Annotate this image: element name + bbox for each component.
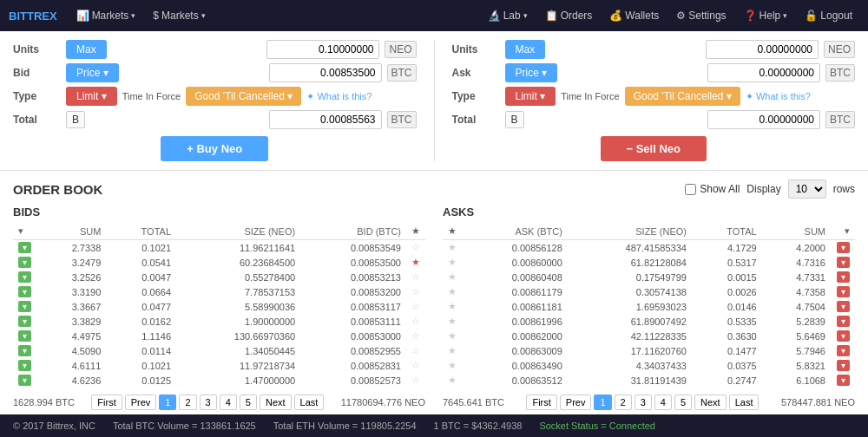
sell-type-button[interactable]: Limit ▾ — [505, 87, 556, 106]
ask-star[interactable]: ★ — [448, 330, 457, 341]
bid-star[interactable]: ☆ — [411, 330, 420, 341]
display-rows-select[interactable]: 10 25 50 — [788, 179, 826, 199]
bid-total: 0.0477 — [106, 299, 176, 314]
sell-units-currency: NEO — [824, 41, 855, 58]
nav-orders[interactable]: 📋 Orders — [538, 6, 600, 25]
asks-page-1[interactable]: 1 — [594, 395, 611, 410]
bid-down-btn[interactable]: ▾ — [18, 345, 31, 356]
bids-prev-btn[interactable]: Prev — [125, 395, 157, 410]
asks-col-total: TOTAL — [692, 223, 762, 240]
asks-page-3[interactable]: 3 — [635, 395, 652, 410]
ask-star[interactable]: ★ — [448, 345, 457, 355]
bid-sum: 3.3190 — [37, 284, 106, 299]
bid-down-btn[interactable]: ▾ — [18, 301, 31, 312]
bids-page-2[interactable]: 2 — [179, 395, 196, 410]
bid-sum: 4.4975 — [37, 329, 106, 343]
bid-down-btn[interactable]: ▾ — [18, 330, 31, 342]
ask-up-btn[interactable]: ▾ — [837, 345, 850, 356]
bid-star[interactable]: ☆ — [411, 301, 420, 311]
bid-star[interactable]: ☆ — [411, 360, 420, 370]
asks-page-5[interactable]: 5 — [674, 395, 692, 410]
ask-star[interactable]: ★ — [448, 301, 457, 311]
bid-star[interactable]: ★ — [411, 257, 420, 267]
asks-first-btn[interactable]: First — [526, 395, 556, 410]
bid-down-btn[interactable]: ▾ — [18, 286, 31, 297]
bid-down-btn[interactable]: ▾ — [18, 242, 31, 253]
nav-settings[interactable]: ⚙ Settings — [669, 6, 733, 25]
footer: © 2017 Bittrex, INC Total BTC Volume = 1… — [0, 414, 868, 437]
bid-down-btn[interactable]: ▾ — [18, 271, 31, 283]
bid-star[interactable]: ☆ — [411, 271, 420, 282]
ask-star[interactable]: ★ — [448, 375, 457, 385]
sell-units-label: Units — [452, 43, 500, 55]
ask-up-btn[interactable]: ▾ — [837, 330, 850, 342]
bid-star[interactable]: ☆ — [411, 316, 420, 326]
bid-down-btn[interactable]: ▾ — [18, 257, 31, 268]
buy-type-button[interactable]: Limit ▾ — [66, 87, 117, 106]
buy-tif-button[interactable]: Good 'Til Cancelled ▾ — [186, 87, 301, 106]
buy-neo-button[interactable]: + Buy Neo — [161, 136, 268, 161]
nav-logout[interactable]: 🔓 Logout — [798, 6, 859, 25]
ask-star[interactable]: ★ — [448, 242, 457, 252]
bid-star[interactable]: ☆ — [411, 345, 420, 355]
ask-star[interactable]: ★ — [448, 360, 457, 370]
bid-down-btn[interactable]: ▾ — [18, 375, 31, 386]
buy-total-input[interactable] — [269, 110, 382, 129]
buy-units-max-button[interactable]: Max — [66, 40, 107, 59]
bid-down-btn[interactable]: ▾ — [18, 360, 31, 371]
asks-next-btn[interactable]: Next — [694, 395, 727, 410]
asks-page-4[interactable]: 4 — [654, 395, 672, 410]
ask-up-btn[interactable]: ▾ — [837, 301, 850, 312]
ask-up-btn[interactable]: ▾ — [837, 257, 850, 268]
nav-lab[interactable]: 🔬 Lab ▾ — [481, 6, 535, 25]
ask-sum: 4.7504 — [762, 299, 831, 314]
sell-total-input[interactable] — [707, 110, 820, 129]
ask-up-btn[interactable]: ▾ — [837, 286, 850, 297]
sell-tif-button[interactable]: Good 'Til Cancelled ▾ — [625, 87, 740, 106]
bids-next-btn[interactable]: Next — [260, 395, 292, 410]
sell-price-button[interactable]: Price ▾ — [505, 63, 558, 82]
bids-page-3[interactable]: 3 — [200, 395, 217, 410]
logout-icon: 🔓 — [805, 10, 818, 22]
buy-units-input[interactable] — [266, 40, 379, 59]
ask-star[interactable]: ★ — [448, 271, 457, 282]
bid-size: 1.34050445 — [176, 343, 300, 358]
ask-up-btn[interactable]: ▾ — [837, 271, 850, 283]
ask-star[interactable]: ★ — [448, 257, 457, 267]
bid-total: 0.0162 — [106, 314, 176, 329]
nav-markets-chart[interactable]: 📊 Markets ▾ — [69, 6, 143, 25]
sell-units-max-button[interactable]: Max — [505, 40, 546, 59]
bids-first-btn[interactable]: First — [91, 395, 122, 410]
dollar-icon: $ — [153, 10, 159, 22]
bid-total: 0.1021 — [106, 240, 176, 256]
bids-page-5[interactable]: 5 — [240, 395, 257, 410]
bid-down-btn[interactable]: ▾ — [18, 316, 31, 327]
sell-what-link[interactable]: ✦ What is this? — [746, 91, 811, 102]
bid-star[interactable]: ☆ — [411, 286, 420, 297]
sell-units-input[interactable] — [706, 40, 819, 59]
nav-help[interactable]: ❓ Help ▾ — [737, 6, 795, 25]
buy-price-button[interactable]: Price ▾ — [66, 63, 119, 82]
bids-last-btn[interactable]: Last — [294, 395, 325, 410]
ask-up-btn[interactable]: ▾ — [837, 242, 850, 253]
ask-up-btn[interactable]: ▾ — [837, 360, 850, 371]
asks-col-ask: ASK (BTC) — [462, 223, 568, 240]
bids-page-4[interactable]: 4 — [220, 395, 237, 410]
buy-what-link[interactable]: ✦ What is this? — [306, 91, 372, 102]
asks-prev-btn[interactable]: Prev — [560, 395, 592, 410]
nav-wallets[interactable]: 💰 Wallets — [602, 6, 666, 25]
nav-markets-dollar[interactable]: $ Markets ▾ — [146, 6, 212, 25]
bid-star[interactable]: ☆ — [411, 242, 420, 252]
ask-star[interactable]: ★ — [448, 286, 457, 297]
ask-up-btn[interactable]: ▾ — [837, 316, 850, 327]
ask-star[interactable]: ★ — [448, 316, 457, 326]
sell-ask-input[interactable] — [707, 63, 820, 82]
bid-star[interactable]: ☆ — [411, 375, 420, 385]
buy-bid-input[interactable] — [269, 63, 382, 82]
sell-neo-button[interactable]: − Sell Neo — [601, 136, 707, 161]
asks-last-btn[interactable]: Last — [729, 395, 760, 410]
ask-up-btn[interactable]: ▾ — [837, 375, 850, 386]
asks-page-2[interactable]: 2 — [615, 395, 632, 410]
show-all-checkbox[interactable] — [685, 184, 696, 195]
bids-page-1[interactable]: 1 — [159, 395, 176, 410]
